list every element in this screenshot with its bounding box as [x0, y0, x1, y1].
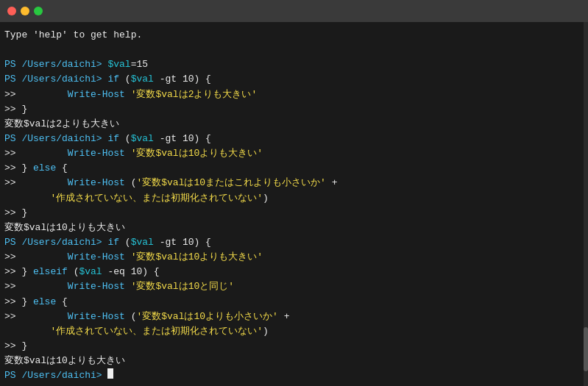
terminal-token: ( — [125, 176, 137, 190]
terminal-token: PS /Users/daichi> — [4, 132, 107, 146]
terminal-line: >> Write-Host ('変数$valは10またはこれよりも小さいか' + — [4, 176, 584, 190]
terminal-token — [21, 146, 67, 161]
terminal-token: >> } — [4, 102, 27, 117]
terminal-token: PS /Users/daichi> — [4, 57, 107, 72]
terminal-line: >> Write-Host '変数$valは10よりも大きい' — [4, 146, 584, 161]
terminal-token: 変数$valは10よりも大きい — [4, 354, 125, 368]
terminal-token — [21, 279, 67, 294]
terminal-token: -gt 10) { — [154, 235, 211, 250]
terminal-line: >> } elseif ($val -eq 10) { — [4, 265, 584, 279]
terminal-token: -gt 10) { — [154, 72, 211, 87]
terminal-line: PS /Users/daichi> $val=15 — [4, 57, 584, 72]
scrollbar-thumb[interactable] — [584, 327, 588, 371]
terminal-token: Write-Host — [68, 310, 125, 324]
terminal-token: >> } — [4, 295, 33, 310]
maximize-button[interactable] — [34, 7, 43, 15]
terminal-token: Write-Host — [68, 87, 125, 102]
terminal-token: + — [326, 176, 338, 190]
terminal-token: elseif — [33, 265, 68, 279]
terminal-token: '作成されていない、または初期化されていない' — [50, 191, 263, 206]
terminal-token: '作成されていない、または初期化されていない' — [50, 324, 263, 339]
terminal-line: 変数$valは10よりも大きい — [4, 354, 584, 368]
terminal-token: -eq 10) { — [102, 265, 160, 279]
terminal-token: PS /Users/daichi> — [4, 368, 107, 383]
terminal-token — [125, 87, 131, 102]
terminal-token: Write-Host — [68, 279, 125, 294]
terminal-line: PS /Users/daichi> if ($val -gt 10) { — [4, 72, 584, 87]
terminal-cursor — [107, 368, 113, 379]
minimize-button[interactable] — [21, 7, 29, 15]
terminal-line: Type 'help' to get help. — [4, 28, 584, 43]
scrollbar[interactable] — [584, 22, 588, 386]
terminal-line — [4, 43, 584, 57]
terminal-token: else — [33, 161, 56, 176]
terminal-token: '変数$valは10と同じ' — [131, 279, 234, 294]
terminal-line: >> Write-Host '変数$valは10と同じ' — [4, 279, 584, 294]
terminal-line: 変数$valは2よりも大きい — [4, 117, 584, 132]
terminal-token — [4, 191, 50, 206]
terminal-token: '変数$valは10よりも大きい' — [131, 146, 263, 161]
terminal-line: >> } else { — [4, 161, 584, 176]
terminal[interactable]: Type 'help' to get help. PS /Users/daich… — [0, 22, 588, 386]
terminal-token: PS /Users/daichi> — [4, 235, 107, 250]
terminal-token: if — [107, 132, 119, 146]
terminal-token: ( — [119, 235, 131, 250]
terminal-token: if — [107, 72, 119, 87]
terminal-token: Write-Host — [68, 250, 125, 265]
titlebar — [0, 0, 588, 22]
terminal-line: >> } — [4, 206, 584, 221]
terminal-token: >> — [4, 176, 21, 190]
terminal-token: ) — [263, 324, 269, 339]
terminal-line: >> } else { — [4, 295, 584, 310]
terminal-line: '作成されていない、または初期化されていない') — [4, 191, 584, 206]
terminal-token: $val — [79, 265, 102, 279]
terminal-token: >> — [4, 250, 21, 265]
terminal-token: ( — [125, 310, 137, 324]
terminal-token: Write-Host — [68, 146, 125, 161]
terminal-token: ( — [119, 72, 131, 87]
terminal-token: Write-Host — [68, 176, 125, 190]
traffic-lights — [7, 7, 43, 15]
terminal-token — [21, 176, 67, 190]
terminal-token: =15 — [131, 57, 148, 72]
terminal-token — [21, 310, 67, 324]
terminal-token: >> — [4, 146, 21, 161]
terminal-token: '変数$valは2よりも大きい' — [131, 87, 258, 102]
terminal-token: ( — [119, 132, 131, 146]
terminal-line: PS /Users/daichi> if ($val -gt 10) { — [4, 132, 584, 146]
terminal-token: -gt 10) { — [154, 132, 211, 146]
terminal-token — [21, 87, 67, 102]
terminal-token — [125, 146, 131, 161]
terminal-token: if — [107, 235, 119, 250]
close-button[interactable] — [7, 7, 16, 15]
terminal-token: 変数$valは10よりも大きい — [4, 221, 125, 235]
terminal-line: >> } — [4, 102, 584, 117]
terminal-token: 変数$valは2よりも大きい — [4, 117, 119, 132]
terminal-token: { — [56, 161, 68, 176]
terminal-line: PS /Users/daichi> — [4, 368, 584, 383]
terminal-line: '作成されていない、または初期化されていない') — [4, 324, 584, 339]
terminal-token: >> } — [4, 206, 27, 221]
terminal-token: >> — [4, 87, 21, 102]
terminal-line: >> Write-Host '変数$valは10よりも大きい' — [4, 250, 584, 265]
terminal-token: ( — [68, 265, 79, 279]
help-text: Type 'help' to get help. — [4, 28, 142, 43]
terminal-token: + — [278, 310, 290, 324]
terminal-line: >> Write-Host '変数$valは2よりも大きい' — [4, 87, 584, 102]
terminal-token: >> } — [4, 339, 27, 354]
terminal-line: 変数$valは10よりも大きい — [4, 221, 584, 235]
terminal-token — [125, 279, 131, 294]
terminal-line: >> Write-Host ('変数$valは10よりも小さいか' + — [4, 310, 584, 324]
terminal-token — [21, 250, 67, 265]
terminal-token — [4, 324, 50, 339]
terminal-token: >> } — [4, 265, 33, 279]
terminal-token: $val — [131, 72, 154, 87]
terminal-token: $val — [107, 57, 130, 72]
terminal-token: { — [56, 295, 68, 310]
terminal-token: '変数$valは10よりも小さいか' — [136, 310, 277, 324]
terminal-line: >> } — [4, 339, 584, 354]
terminal-token — [125, 250, 131, 265]
terminal-line: PS /Users/daichi> if ($val -gt 10) { — [4, 235, 584, 250]
terminal-token: '変数$valは10よりも大きい' — [131, 250, 263, 265]
terminal-token: >> — [4, 279, 21, 294]
